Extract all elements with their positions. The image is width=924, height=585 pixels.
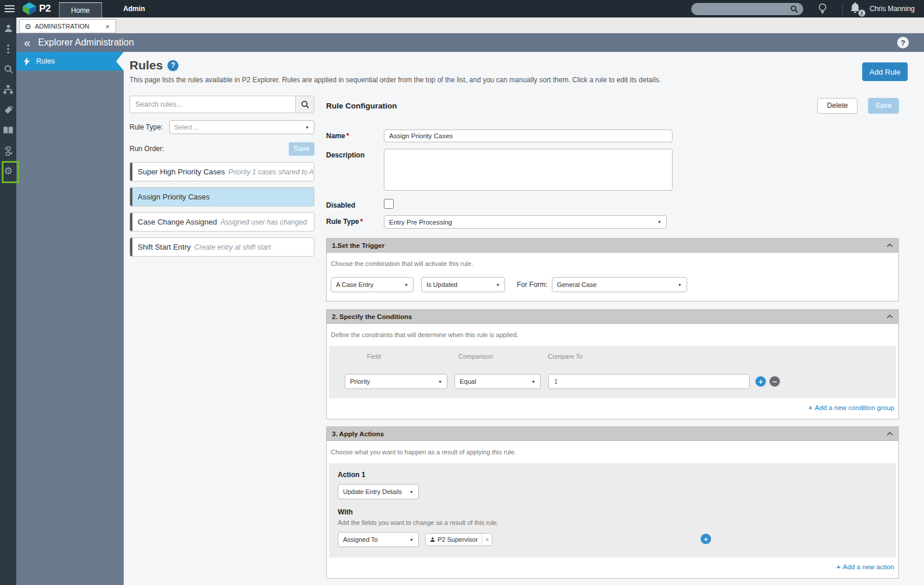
actions-hint: Choose what you want to happen as a resu… (331, 449, 896, 456)
disabled-label: Disabled (326, 199, 384, 209)
rule-list-item[interactable]: Shift Start Entry Create entry at shift … (130, 237, 314, 257)
search-rules-input[interactable] (130, 96, 295, 113)
admin-side-nav: Rules (16, 52, 124, 585)
p2-logo-diamond-icon (22, 2, 37, 16)
add-field-button[interactable]: + (701, 534, 711, 544)
book-icon[interactable] (0, 120, 16, 141)
lightbulb-icon[interactable] (818, 3, 827, 15)
settings-gear-icon[interactable]: ⚙ (0, 161, 16, 181)
chevron-down-icon: ▼ (678, 283, 682, 287)
with-label: With (338, 508, 887, 516)
required-asterisk: * (360, 218, 363, 226)
search-rules-button[interactable] (295, 96, 314, 113)
drag-handle[interactable] (130, 213, 132, 231)
add-rule-button[interactable]: Add Rule (862, 62, 908, 81)
required-asterisk: * (346, 132, 349, 140)
search-icon[interactable] (790, 5, 798, 15)
action-field-select[interactable]: Assigned To ▼ (338, 532, 419, 547)
user-icon (430, 537, 435, 542)
page-title: Rules (130, 58, 163, 72)
kebab-menu-icon[interactable] (0, 38, 16, 59)
chevron-up-icon[interactable] (887, 432, 893, 436)
actions-section: 3. Apply Actions Choose what you want to… (326, 426, 899, 579)
search-rail-icon[interactable] (0, 59, 16, 79)
topbar-tab-home[interactable]: Home (59, 2, 102, 17)
hamburger-menu-icon[interactable] (0, 0, 18, 17)
delete-button[interactable]: Delete (817, 98, 858, 114)
global-search (691, 3, 803, 15)
topbar-divider (842, 3, 843, 15)
add-action-link[interactable]: +Add a new action (836, 563, 894, 570)
rule-type-filter-select[interactable]: Select ... ▼ (169, 120, 314, 134)
global-search-input[interactable] (691, 5, 805, 13)
drag-handle[interactable] (130, 238, 132, 256)
condition-comparison-select[interactable]: Equal ▼ (454, 374, 541, 389)
user-icon[interactable] (0, 18, 16, 38)
sidebar-item-rules[interactable]: Rules (16, 52, 124, 71)
chip-remove-icon[interactable]: × (482, 534, 492, 545)
plus-icon: + (808, 404, 813, 411)
trigger-section-header[interactable]: 1.Set the Trigger (327, 239, 898, 253)
compare-to-input[interactable] (548, 374, 750, 389)
rules-help-icon[interactable]: ? (167, 60, 178, 71)
selected-item-notch (116, 52, 124, 71)
document-tab-strip: ⚙ ADMINISTRATION × (16, 17, 924, 33)
condition-group: Field Comparison Compare To Priority ▼ E… (329, 346, 896, 398)
administration-tab-label: ADMINISTRATION (35, 23, 89, 30)
save-button[interactable]: Save (868, 98, 899, 114)
add-condition-group-link[interactable]: +Add a new condition group (808, 404, 894, 411)
chevron-down-icon: ▼ (410, 538, 414, 542)
trigger-form-select[interactable]: General Case ▼ (552, 277, 687, 292)
collapse-back-icon[interactable]: « (24, 37, 30, 48)
topbar-tab-admin[interactable]: Admin (113, 5, 156, 13)
conditions-section-header[interactable]: 2. Specify the Conditions (327, 310, 898, 324)
drag-handle[interactable] (130, 163, 132, 181)
description-field[interactable] (384, 149, 673, 191)
condition-field-select[interactable]: Priority ▼ (345, 374, 447, 389)
trigger-event-select[interactable]: Is Updated ▼ (421, 277, 505, 292)
rule-configuration-panel: Rule Configuration Delete Save Name* Des… (326, 97, 899, 585)
chevron-down-icon: ▼ (496, 283, 500, 287)
rule-list-item[interactable]: Case Change Assigned Assigned user has c… (130, 212, 314, 232)
chevron-down-icon: ▼ (305, 125, 309, 129)
for-form-label: For Form: (517, 281, 548, 289)
tag-icon[interactable] (0, 100, 16, 120)
user-name[interactable]: Chris Manning (870, 5, 915, 13)
integration-icon[interactable] (0, 141, 16, 161)
chevron-down-icon: ▼ (438, 380, 442, 384)
plus-icon: + (836, 563, 841, 570)
page-header-title: Explorer Administration (38, 37, 134, 48)
add-condition-button[interactable]: + (755, 376, 766, 387)
explorer-administration-screen: P2 Home Admin 2 Chris Manning ⚙ ADMINIST… (0, 0, 924, 585)
rule-list-item-selected[interactable]: Assign Priority Cases (130, 187, 314, 206)
header-help-icon[interactable]: ? (897, 37, 909, 48)
rules-main-content: Rules ? This page lists the rules availa… (124, 52, 924, 585)
notifications-bell-icon[interactable]: 2 (850, 2, 864, 15)
action-type-select[interactable]: Update Entry Details ▼ (338, 484, 419, 499)
chevron-up-icon[interactable] (887, 243, 893, 247)
drag-handle[interactable] (130, 188, 132, 206)
name-label: Name (326, 132, 345, 140)
rule-list-item[interactable]: Super High Priority Cases Priority 1 cas… (130, 162, 314, 181)
hierarchy-icon[interactable] (0, 79, 16, 100)
trigger-section: 1.Set the Trigger Choose the combination… (326, 238, 899, 302)
disabled-checkbox[interactable] (384, 199, 394, 209)
sidebar-item-rules-label: Rules (36, 57, 55, 65)
page-description: This page lists the rules available in P… (130, 76, 661, 84)
page-header: « Explorer Administration ? (16, 33, 924, 52)
p2-logo: P2 (22, 2, 51, 16)
chevron-up-icon[interactable] (887, 314, 893, 318)
rule-list: Super High Priority Cases Priority 1 cas… (130, 162, 314, 257)
run-order-save-button[interactable]: Save (289, 142, 314, 156)
remove-condition-button[interactable]: − (769, 376, 780, 387)
rule-type-select[interactable]: Entry Pre Processing ▼ (384, 215, 667, 229)
tab-close-icon[interactable]: × (104, 22, 111, 31)
conditions-section: 2. Specify the Conditions Define the con… (326, 309, 899, 419)
left-icon-rail: ⚙ (0, 17, 16, 585)
administration-tab[interactable]: ⚙ ADMINISTRATION × (19, 19, 116, 33)
rule-type-label: Rule Type (326, 218, 359, 226)
description-label: Description (326, 149, 384, 191)
actions-section-header[interactable]: 3. Apply Actions (327, 427, 898, 441)
trigger-entity-select[interactable]: A Case Entry ▼ (331, 277, 414, 292)
name-field[interactable] (384, 129, 673, 142)
